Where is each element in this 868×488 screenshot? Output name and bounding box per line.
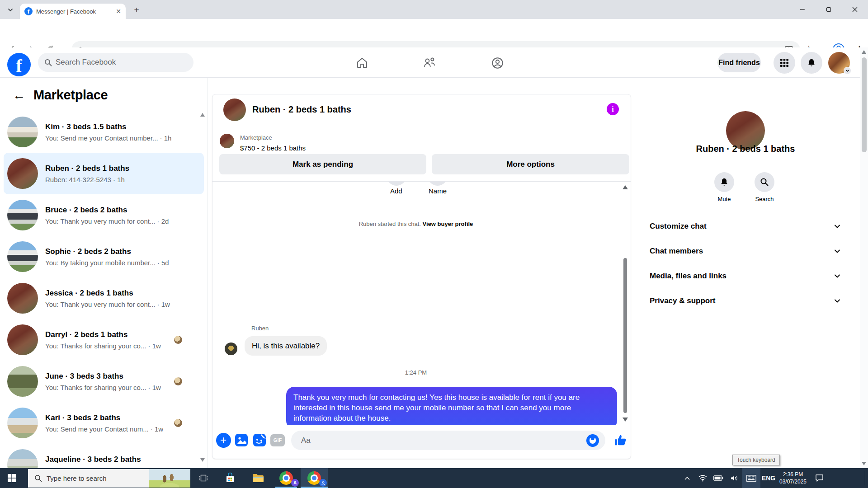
conversation-header: Ruben · 2 beds 1 baths i — [212, 94, 631, 129]
mark-as-pending-button[interactable]: Mark as pending — [219, 154, 426, 174]
clock-time: 2:36 PM — [776, 471, 810, 478]
page-scrollbar[interactable] — [860, 47, 868, 468]
message-input[interactable] — [291, 431, 605, 450]
notifications-button[interactable] — [801, 52, 822, 74]
chat-list-item-ruben[interactable]: Ruben · 2 beds 1 baths Ruben: 414-322-52… — [4, 153, 204, 194]
more-options-button[interactable]: More options — [432, 154, 629, 174]
section-customize-chat[interactable]: Customize chat — [641, 214, 850, 239]
emoji-icon[interactable] — [586, 434, 599, 447]
window-minimize-button[interactable] — [789, 0, 816, 19]
conversation-avatar[interactable] — [223, 99, 246, 121]
chat-time: · 1h — [160, 134, 172, 142]
listing-avatar — [7, 158, 38, 189]
chat-list-item-kari[interactable]: Kari · 3 beds 2 baths You: Send me your … — [4, 402, 204, 444]
conversation-details-panel: Ruben · 2 beds 1 baths Mute Search Custo… — [641, 78, 850, 468]
chevron-down-icon — [834, 224, 840, 229]
windows-taskbar: A ENG 2:36 PM 03/07/2025 — [0, 468, 868, 488]
chat-name: Darryl · 2 beds 1 baths — [45, 330, 161, 339]
outgoing-message-bubble: Thank you very much for contacting us! Y… — [286, 387, 617, 425]
task-view-button[interactable] — [191, 468, 216, 488]
microsoft-store-icon[interactable] — [217, 468, 244, 488]
wifi-icon[interactable] — [695, 468, 710, 488]
sidebar-title: Marketplace — [33, 88, 108, 103]
page-scroll-up-icon[interactable] — [862, 50, 866, 54]
back-arrow-icon[interactable]: ← — [13, 88, 25, 103]
message-input-field[interactable] — [301, 436, 586, 445]
chat-scroll-down-icon[interactable] — [623, 418, 628, 422]
mute-bell-icon — [719, 177, 729, 187]
chat-scrollbar[interactable] — [622, 182, 629, 425]
page-scrollbar-thumb[interactable] — [862, 57, 867, 152]
chat-preview: You: By taking your mobile number... — [45, 259, 156, 267]
sticker-button[interactable] — [251, 432, 268, 448]
system-message: Ruben started this chat. View buyer prof… — [212, 221, 619, 227]
battery-icon[interactable] — [711, 468, 726, 488]
section-media-files-links[interactable]: Media, files and links — [641, 263, 850, 288]
taskbar-search-box[interactable] — [28, 469, 190, 488]
tab-close-icon[interactable]: ✕ — [116, 8, 121, 15]
show-desktop-divider[interactable] — [865, 471, 865, 485]
conversation-info-icon[interactable]: i — [607, 103, 619, 115]
facebook-search[interactable] — [38, 53, 193, 72]
taskbar-search-input[interactable] — [47, 474, 132, 482]
chrome-profile2-icon-active[interactable] — [301, 468, 328, 488]
window-close-button[interactable] — [842, 0, 868, 19]
section-privacy-support[interactable]: Privacy & support — [641, 288, 850, 313]
chat-time: · 1w — [157, 300, 170, 308]
apps-menu-button[interactable] — [774, 52, 795, 74]
start-button[interactable] — [0, 468, 24, 488]
chat-preview: You: Thanks for sharing your co... — [45, 342, 146, 350]
attach-more-button[interactable]: + — [215, 432, 231, 448]
account-avatar[interactable] — [828, 52, 850, 74]
message-scroll-area[interactable]: Add Name Ruben started this chat. View b… — [212, 182, 632, 425]
tab-search-button[interactable] — [5, 4, 16, 16]
listing-avatar — [7, 200, 38, 230]
chat-list-item-jessica[interactable]: Jessica · 2 beds 1 baths You: Thank you … — [4, 277, 204, 319]
chat-scrollbar-thumb[interactable] — [623, 258, 627, 413]
friends-icon[interactable] — [420, 56, 439, 70]
find-friends-button[interactable]: Find friends — [717, 53, 761, 72]
section-chat-members[interactable]: Chat members — [641, 239, 850, 263]
chat-time: · 1w — [151, 425, 163, 433]
file-explorer-icon[interactable] — [245, 468, 272, 488]
facebook-logo[interactable]: f — [7, 53, 31, 76]
browser-tab[interactable]: f Messenger | Facebook ✕ — [20, 4, 126, 19]
search-highlight-image[interactable] — [149, 469, 190, 488]
gif-button[interactable]: GIF — [269, 432, 286, 448]
chat-list-item-jaqueline[interactable]: Jaqueline · 3 beds 2 baths You: Thank yo… — [4, 444, 204, 468]
home-icon[interactable] — [353, 56, 371, 70]
listing-avatar — [7, 283, 38, 314]
chat-name: Kari · 3 beds 2 baths — [45, 413, 163, 422]
window-maximize-button[interactable] — [816, 0, 842, 19]
facebook-search-input[interactable] — [56, 58, 173, 67]
like-button[interactable] — [613, 432, 629, 448]
tray-show-hidden-icons[interactable] — [680, 468, 694, 488]
communities-icon[interactable] — [488, 56, 506, 70]
chat-scroll-up-icon[interactable] — [623, 185, 628, 189]
edit-name-button[interactable] — [428, 182, 448, 186]
attach-image-button[interactable] — [233, 432, 250, 448]
sidebar-scroll-down-icon[interactable] — [200, 458, 205, 462]
new-tab-button[interactable]: + — [131, 5, 142, 15]
touch-keyboard-icon[interactable] — [742, 468, 760, 488]
taskbar-clock[interactable]: 2:36 PM 03/07/2025 — [776, 468, 810, 488]
chat-time: · 5d — [157, 259, 169, 267]
mute-button[interactable] — [714, 172, 734, 192]
browser-tab-strip: f Messenger | Facebook ✕ + — [0, 0, 868, 19]
action-center-icon[interactable] — [810, 468, 828, 488]
sender-name-label: Ruben — [251, 325, 269, 332]
chat-list-item-june[interactable]: June · 3 beds 3 baths You: Thanks for sh… — [4, 361, 204, 402]
add-member-button[interactable] — [387, 182, 406, 186]
view-buyer-profile-link[interactable]: View buyer profile — [423, 221, 473, 227]
chrome-profile1-icon[interactable]: A — [273, 468, 300, 488]
chevron-down-icon — [834, 249, 840, 253]
chat-name: June · 3 beds 3 baths — [45, 372, 161, 381]
chat-list-item-bruce[interactable]: Bruce · 2 beds 2 baths You: Thank you ve… — [4, 194, 204, 236]
chat-list-item-sophie[interactable]: Sophie · 2 beds 2 baths You: By taking y… — [4, 236, 204, 277]
chat-list-item-kim[interactable]: Kim · 3 beds 1.5 baths You: Send me your… — [4, 111, 204, 153]
search-in-conversation-button[interactable] — [755, 172, 774, 192]
volume-icon[interactable] — [727, 468, 742, 488]
page-scroll-down-icon[interactable] — [862, 462, 866, 465]
language-indicator[interactable]: ENG — [760, 468, 777, 488]
chat-list-item-darryl[interactable]: Darryl · 2 beds 1 baths You: Thanks for … — [4, 319, 204, 361]
